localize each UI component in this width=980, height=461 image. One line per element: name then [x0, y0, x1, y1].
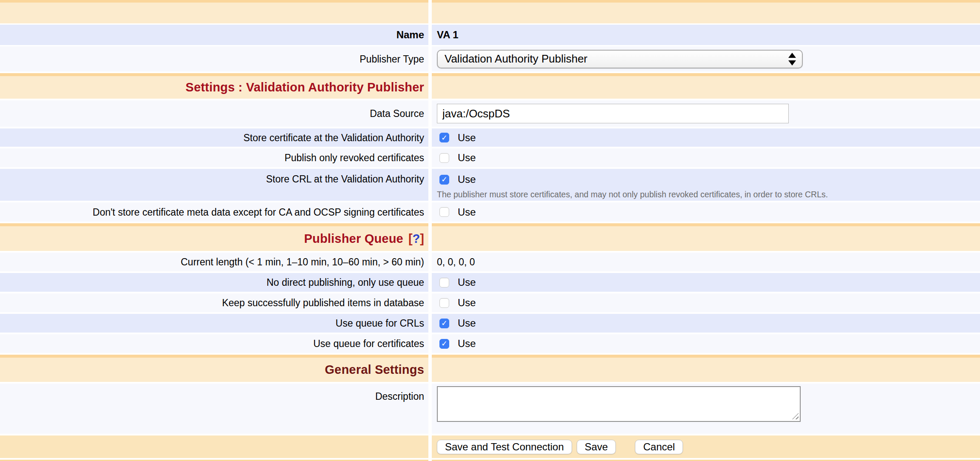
publish-revoked-use-label: Use	[458, 152, 476, 164]
queue-length-label: Current length (< 1 min, 1–10 min, 10–60…	[181, 256, 424, 268]
row-data-source: Data Source	[0, 100, 980, 127]
top-band-left	[0, 0, 428, 23]
no-direct-label: No direct publishing, only use queue	[266, 276, 424, 288]
row-no-direct: No direct publishing, only use queue Use	[0, 273, 980, 292]
no-direct-use-label: Use	[458, 276, 476, 288]
queue-crls-checkbox[interactable]	[439, 319, 449, 328]
row-meta-data: Don't store certificate meta data except…	[0, 202, 980, 222]
queue-length-value: 0, 0, 0, 0	[437, 256, 475, 268]
meta-data-use-label: Use	[458, 206, 476, 218]
row-publish-revoked: Publish only revoked certificates Use	[0, 148, 980, 167]
settings-section-title: Settings : Validation Authority Publishe…	[186, 80, 424, 94]
store-crl-note: The publisher must store certificates, a…	[437, 189, 828, 199]
publisher-type-label: Publisher Type	[360, 53, 424, 65]
row-queue-certs: Use queue for certificates Use	[0, 334, 980, 353]
queue-crls-use-label: Use	[458, 317, 476, 329]
description-textarea[interactable]	[437, 386, 801, 422]
row-queue-length: Current length (< 1 min, 1–10 min, 10–60…	[0, 253, 980, 271]
store-cert-label: Store certificate at the Validation Auth…	[244, 132, 424, 144]
chevron-down-icon	[788, 60, 796, 65]
row-queue-crls: Use queue for CRLs Use	[0, 314, 980, 333]
row-publisher-type: Publisher Type Validation Authority Publ…	[0, 46, 980, 71]
keep-published-checkbox[interactable]	[439, 298, 449, 308]
row-store-crl: Store CRL at the Validation Authority Us…	[0, 169, 980, 201]
name-label: Name	[397, 29, 424, 41]
data-source-label: Data Source	[370, 108, 424, 120]
publisher-type-selected-value: Validation Authority Publisher	[445, 52, 587, 65]
meta-data-label: Don't store certificate meta data except…	[93, 206, 424, 218]
save-and-test-button[interactable]: Save and Test Connection	[437, 440, 572, 454]
store-cert-checkbox[interactable]	[439, 133, 449, 142]
publisher-type-select[interactable]: Validation Authority Publisher	[437, 50, 803, 68]
data-source-input[interactable]	[437, 104, 789, 123]
row-section-general: General Settings	[0, 355, 980, 382]
queue-help-link[interactable]: [?]	[408, 232, 424, 246]
chevron-up-icon	[788, 53, 796, 58]
meta-data-checkbox[interactable]	[439, 207, 449, 217]
row-section-queue: Publisher Queue [?]	[0, 223, 980, 251]
row-store-cert: Store certificate at the Validation Auth…	[0, 128, 980, 147]
queue-certs-label: Use queue for certificates	[313, 338, 424, 350]
store-crl-checkbox[interactable]	[439, 175, 449, 185]
queue-certs-use-label: Use	[458, 338, 476, 350]
queue-crls-label: Use queue for CRLs	[336, 317, 424, 329]
top-section-band	[0, 0, 980, 23]
question-mark-icon: ?	[413, 232, 420, 245]
no-direct-checkbox[interactable]	[439, 278, 449, 287]
store-cert-use-label: Use	[458, 132, 476, 144]
description-label: Description	[375, 390, 424, 402]
store-crl-use-label: Use	[458, 174, 476, 185]
cancel-button[interactable]: Cancel	[635, 440, 683, 454]
row-name: Name VA 1	[0, 25, 980, 45]
row-keep-published: Keep successfully published items in dat…	[0, 293, 980, 312]
store-crl-label: Store CRL at the Validation Authority	[266, 173, 424, 185]
name-value: VA 1	[437, 29, 459, 41]
row-buttons: Save and Test Connection Save Cancel	[0, 435, 980, 458]
keep-published-label: Keep successfully published items in dat…	[222, 297, 424, 309]
top-band-right	[432, 0, 980, 23]
keep-published-use-label: Use	[458, 297, 476, 309]
select-stepper-icon	[788, 53, 796, 65]
general-section-title: General Settings	[325, 363, 424, 377]
publish-revoked-checkbox[interactable]	[439, 153, 449, 163]
row-description: Description	[0, 384, 980, 434]
save-button[interactable]: Save	[577, 440, 616, 454]
queue-section-title: Publisher Queue	[304, 232, 403, 246]
queue-certs-checkbox[interactable]	[439, 339, 449, 349]
row-section-settings: Settings : Validation Authority Publishe…	[0, 73, 980, 99]
publish-revoked-label: Publish only revoked certificates	[284, 152, 424, 164]
